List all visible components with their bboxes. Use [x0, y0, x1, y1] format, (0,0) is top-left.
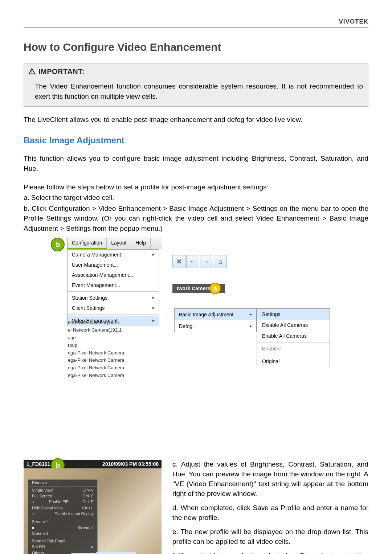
warning-icon: ⚠ [28, 67, 36, 76]
step-d: d. When completed, click Save as Profile… [172, 503, 368, 523]
brand-label: VIVOTEK [24, 18, 368, 25]
thumb-image: Remove Single ViewCtrl+V Full ScreenCtrl… [24, 468, 162, 554]
menu-camera-management[interactable]: Camera Management▸ [68, 250, 159, 260]
close-icon[interactable]: ✕ [172, 255, 185, 268]
ctx-stream1[interactable]: Stream 1 [28, 519, 97, 525]
ctx-hide-global[interactable]: Hide Global ViewCtrl+H [28, 505, 97, 511]
menu-user-management[interactable]: User Management... [68, 260, 159, 270]
section-heading: Basic Image Adjustment [24, 135, 368, 145]
context-menu: Remove Single ViewCtrl+V Full ScreenCtrl… [28, 479, 98, 554]
important-label: IMPORTANT: [38, 67, 85, 76]
follow-line: Please follow the steps below to set a p… [24, 182, 368, 192]
forward-icon[interactable]: → [200, 255, 213, 268]
tab-configuration[interactable]: Configuration [68, 238, 107, 249]
submenu2-original[interactable]: Original [257, 356, 330, 367]
submenu-basic-image-adjustment[interactable]: Basic Image Adjustment▸ [175, 309, 256, 320]
thumb-id: 1_FD8161 [26, 461, 50, 467]
toolbar-icons: ✕ ← → ⌂ [172, 255, 227, 268]
step-e: e. The new profile will be displayed on … [172, 527, 368, 547]
menu-client-settings[interactable]: Client Settings▸ [68, 303, 159, 313]
back-icon[interactable]: ← [186, 255, 199, 268]
ctx-set-do[interactable]: Set DO▸ [28, 544, 97, 550]
menu-association-management[interactable]: Association Management... [68, 270, 159, 280]
ctx-remove[interactable]: Remove [28, 480, 97, 485]
menubar[interactable]: Configuration Layout Help [67, 238, 162, 249]
important-box: ⚠ IMPORTANT: The Video Enhancement funct… [24, 63, 368, 107]
tree-row[interactable]: el Network Camera(192.1 [68, 327, 124, 334]
step-b: b. Click Configuration > Video Enhanceme… [24, 204, 368, 234]
steps-list: Please follow the steps below to set a p… [24, 182, 368, 234]
tab-help[interactable]: Help [131, 238, 151, 249]
ctx-enable-pip[interactable]: Enable PiPCtrl+E [28, 499, 97, 505]
configuration-dropdown: Camera Management▸ User Management... As… [67, 249, 159, 326]
tree-row[interactable]: ernetwork Camera(192.1 [68, 319, 124, 327]
important-body: The Video Enhancement function consumes … [24, 79, 368, 106]
ctx-stream3[interactable]: Stream 3 [28, 530, 97, 536]
tab-layout[interactable]: Layout [107, 238, 131, 249]
screenshot-upper: b Configuration Layout Help Camera Manag… [67, 238, 343, 457]
video-cell-thumbnail[interactable]: b 1_FD8161 2010/09/03 PM 03:55:08 Remove… [24, 460, 162, 554]
submenu2-enable-all[interactable]: Enable All Cameras [257, 331, 330, 341]
thumb-header: 1_FD8161 2010/09/03 PM 03:55:08 [24, 460, 162, 468]
ctx-full-screen[interactable]: Full ScreenCtrl+F [28, 493, 97, 499]
bia-submenu: Settings Disable All Cameras Enable All … [257, 308, 330, 367]
menu-event-management[interactable]: Event Management... [68, 280, 159, 290]
ctx-instant-replay[interactable]: Enable Instant Replay [28, 511, 97, 517]
page: VIVOTEK How to Configure Video Enhanceme… [0, 0, 392, 554]
header-rule [24, 28, 368, 30]
right-steps: c. Adjust the values of Brightness, Cont… [172, 460, 368, 554]
step-c: c. Adjust the values of Brightness, Cont… [172, 460, 368, 499]
tree-row[interactable]: ega-Pixel Network Camera [68, 357, 124, 364]
view-icon[interactable]: ⌂ [214, 255, 227, 268]
submenu2-disable-all[interactable]: Disable All Cameras [257, 320, 330, 331]
intro-paragraph: The LiveClient allows you to enable post… [24, 115, 368, 125]
tree-row[interactable]: roup [68, 342, 124, 349]
tree-row[interactable]: ega-Pixel Network Camera [68, 372, 124, 379]
submenu2-settings[interactable]: Settings [257, 309, 330, 320]
marker-b-icon: b [51, 238, 65, 251]
thumb-timestamp: 2010/09/03 PM 03:55:08 [102, 461, 159, 467]
ve-submenu: Basic Image Adjustment▸ Defog▸ [174, 308, 257, 332]
lower-row: b 1_FD8161 2010/09/03 PM 03:55:08 Remove… [24, 460, 368, 554]
step-a: a. Select the target video cell. [24, 193, 368, 203]
tree-row[interactable]: ega-Pixel Network Camera [68, 364, 124, 372]
func-paragraph: This function allows you to configure ba… [24, 153, 368, 174]
ctx-talk-panel[interactable]: Send to Talk Panel [28, 538, 97, 544]
step-f: f. If you decide to apply the selected p… [172, 551, 368, 554]
tree-row[interactable]: ega-Pixel Network Camera [68, 349, 124, 357]
ctx-single-view[interactable]: Single ViewCtrl+V [28, 487, 97, 493]
tree-row[interactable]: age [68, 334, 124, 342]
submenu-defog[interactable]: Defog▸ [175, 320, 256, 332]
ctx-stream2[interactable]: Stream 2 [28, 525, 97, 530]
page-title: How to Configure Video Enhancement [24, 41, 368, 53]
mini-submenu: mage Adjustment Settings Enabled Origina… [96, 552, 137, 554]
device-tree: ernetwork Camera(192.1 el Network Camera… [68, 319, 124, 379]
menu-station-settings[interactable]: Station Settings▸ [68, 293, 159, 303]
submenu2-enabled[interactable]: Enabled [257, 343, 330, 354]
